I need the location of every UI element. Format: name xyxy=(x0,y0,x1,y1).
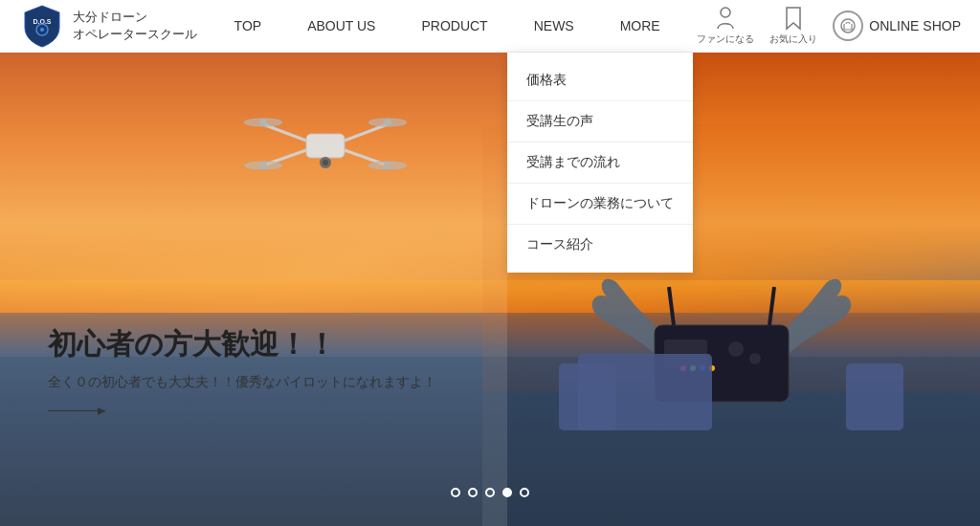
logo-shield-icon: D.O.S xyxy=(19,3,65,49)
dropdown-drone-business[interactable]: ドローンの業務について xyxy=(507,184,693,224)
bookmark-label: お気に入り xyxy=(769,33,817,46)
arrow-line-icon xyxy=(48,410,105,411)
svg-point-2 xyxy=(40,28,44,32)
hero-subtitle: 全く０の初心者でも大丈夫！！優秀なパイロットになれますよ！ xyxy=(48,374,436,391)
hero-section: 初心者の方大歓迎！！ 全く０の初心者でも大丈夫！！優秀なパイロットになれますよ！ xyxy=(0,53,980,526)
svg-point-4 xyxy=(841,19,855,33)
more-dropdown: 価格表 受講生の声 受講までの流れ ドローンの業務について コース紹介 xyxy=(507,53,693,273)
dropdown-price[interactable]: 価格表 xyxy=(507,60,693,100)
dot-5[interactable] xyxy=(520,488,529,497)
svg-point-24 xyxy=(728,341,744,357)
dot-2[interactable] xyxy=(468,488,478,497)
cart-icon xyxy=(833,11,863,41)
logo[interactable]: D.O.S 大分ドローン オペレータースクール xyxy=(19,3,197,49)
nav-about[interactable]: ABOUT US xyxy=(284,0,398,53)
pagination-dots xyxy=(451,488,529,497)
online-shop-label: ONLINE SHOP xyxy=(869,18,961,33)
online-shop-button[interactable]: ONLINE SHOP xyxy=(833,11,961,41)
dot-1[interactable] xyxy=(451,488,460,497)
svg-rect-34 xyxy=(846,363,903,430)
hero-left-overlay xyxy=(0,53,507,526)
nav-more[interactable]: MORE xyxy=(597,0,683,53)
dropdown-voices[interactable]: 受講生の声 xyxy=(507,101,693,142)
dot-3[interactable] xyxy=(485,488,495,497)
dot-4[interactable] xyxy=(502,488,512,497)
nav-top[interactable]: TOP xyxy=(212,0,285,53)
header-right: ファンになる お気に入り ONLINE SHOP xyxy=(697,6,961,46)
svg-rect-21 xyxy=(482,392,980,526)
fan-button[interactable]: ファンになる xyxy=(697,6,754,46)
dropdown-courses[interactable]: コース紹介 xyxy=(507,225,693,265)
fan-icon xyxy=(715,6,736,31)
hero-text-block: 初心者の方大歓迎！！ 全く０の初心者でも大丈夫！！優秀なパイロットになれますよ！ xyxy=(48,325,436,411)
svg-rect-33 xyxy=(559,363,616,430)
main-nav: TOP ABOUT US PRODUCT NEWS MORE xyxy=(197,0,697,53)
hero-title: 初心者の方大歓迎！！ xyxy=(48,325,436,364)
svg-point-25 xyxy=(749,353,761,364)
logo-text: 大分ドローン オペレータースクール xyxy=(73,9,197,43)
dropdown-flow[interactable]: 受講までの流れ xyxy=(507,142,693,183)
header: D.O.S 大分ドローン オペレータースクール TOP ABOUT US PRO… xyxy=(0,0,980,53)
nav-product[interactable]: PRODUCT xyxy=(398,0,510,53)
fan-label: ファンになる xyxy=(697,33,754,46)
bookmark-icon xyxy=(785,6,802,31)
hero-arrow[interactable] xyxy=(48,410,436,411)
svg-point-3 xyxy=(721,8,730,17)
nav-news[interactable]: NEWS xyxy=(511,0,597,53)
bookmark-button[interactable]: お気に入り xyxy=(769,6,817,46)
